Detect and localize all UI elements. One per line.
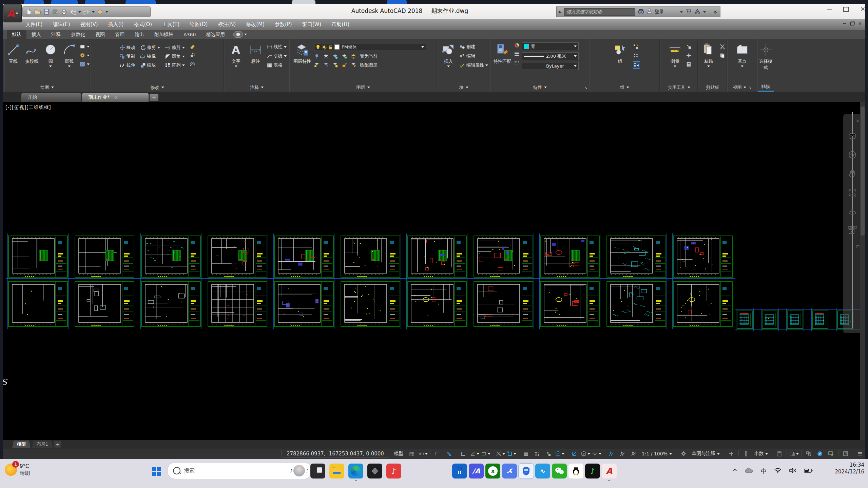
menu-help[interactable]: 帮助(H) [326, 21, 354, 28]
taskbar-app-music-app[interactable]: ♪ [585, 464, 600, 478]
ortho-status-icon[interactable] [458, 450, 468, 458]
plot-icon[interactable] [61, 8, 67, 15]
file-tab-close-icon[interactable]: ✕ [114, 95, 118, 100]
erase-icon[interactable] [190, 44, 195, 50]
polar-status-icon[interactable] [469, 450, 480, 458]
transp-status-icon[interactable] [532, 450, 542, 458]
line-button[interactable]: 直线 [5, 41, 21, 64]
new-drawing-tab-button[interactable]: + [150, 94, 158, 101]
orbit-icon[interactable] [848, 207, 857, 217]
volume-muted-icon[interactable] [789, 468, 796, 475]
layer-unlock2-icon[interactable] [342, 62, 347, 68]
selection-mode-button[interactable]: 选择模式 [758, 41, 774, 71]
uilock-status-icon[interactable] [789, 450, 799, 458]
snap-status-icon[interactable] [418, 450, 428, 458]
taskbar-app-xbox[interactable]: x [485, 464, 500, 478]
panel-properties-launcher-icon[interactable]: ↘ [584, 86, 587, 90]
id-point-icon[interactable] [686, 53, 692, 58]
autodesk-a360-icon[interactable] [694, 8, 700, 15]
search-binoculars-icon[interactable] [638, 9, 644, 15]
cycle-status-icon[interactable] [543, 450, 554, 458]
fillet-button[interactable]: 圆角 [165, 53, 185, 59]
match-layer-label[interactable]: 匹配图层 [360, 62, 378, 68]
taskbar-app-edge[interactable] [348, 464, 363, 478]
plus-status-icon[interactable] [726, 450, 736, 458]
mirror-button[interactable]: 镜像 [140, 53, 160, 59]
annvis-status-icon[interactable] [606, 450, 616, 458]
ribbon-tab-home[interactable]: 默认 [7, 30, 26, 39]
menu-dimension[interactable]: 标注(N) [213, 21, 241, 28]
a360-dropdown-icon[interactable] [703, 11, 706, 13]
ribbon-display-icon[interactable] [233, 31, 243, 38]
layer-freeze-sun-icon[interactable] [322, 45, 327, 50]
boundary-button[interactable] [80, 61, 90, 67]
units-button[interactable]: 小数 [752, 450, 770, 457]
doc-restore-icon[interactable] [850, 22, 854, 25]
ucs-status-icon[interactable] [569, 450, 579, 458]
navbar-customize-icon[interactable]: ⊟ [856, 245, 860, 249]
ribbon-tab-view[interactable]: 视图 [90, 30, 110, 39]
taskbar-app-shield-app[interactable] [519, 464, 534, 478]
ribbon-tab-addins[interactable]: 附加模块 [149, 30, 178, 39]
menu-view[interactable]: 视图(V) [75, 21, 103, 28]
match-layer-icon[interactable] [351, 62, 356, 68]
infer-status-icon[interactable] [432, 450, 443, 458]
workspace-icon[interactable] [97, 8, 103, 15]
otrack-status-icon[interactable] [495, 450, 505, 458]
ribbon-tab-parametric[interactable]: 参数化 [66, 30, 90, 39]
save-as-icon[interactable] [52, 8, 59, 15]
set-current-icon[interactable] [351, 54, 356, 59]
group-button[interactable]: 组 [609, 41, 631, 64]
gear-status-icon[interactable] [678, 450, 689, 458]
set-current-label[interactable]: 置为当前 [360, 53, 378, 59]
layer-freeze2-icon[interactable] [332, 54, 338, 59]
lwt-status-icon[interactable] [521, 450, 531, 458]
scrollbar-thumb[interactable] [861, 107, 865, 236]
layer-walk-icon[interactable] [314, 62, 320, 68]
perf-status-icon[interactable] [826, 450, 836, 458]
app-store-cart-icon[interactable] [686, 8, 692, 15]
ribbon-tab-manage[interactable]: 管理 [110, 30, 130, 39]
object-color-select[interactable]: 青 [522, 42, 579, 50]
taskbar-search-input[interactable]: 搜索 ♪♪ [167, 462, 312, 479]
panel-groups-footer[interactable]: 组 [590, 83, 659, 92]
menu-format[interactable]: 格式(O) [129, 21, 157, 28]
create-block-button[interactable]: 创建 [459, 44, 488, 50]
ruler-status-icon[interactable] [741, 450, 751, 458]
edit-attributes-button[interactable]: 编辑属性 [459, 62, 488, 68]
color-wheel-icon[interactable] [514, 42, 520, 48]
ribbon-tab-insert[interactable]: 插入 [26, 30, 46, 39]
open-folder-icon[interactable] [34, 8, 41, 15]
ribbon-tab-annotate[interactable]: 注释 [46, 30, 66, 39]
polyline-button[interactable]: 多段线 [23, 41, 40, 64]
infocenter-search-input[interactable]: 键入关键字或短语 [564, 8, 635, 16]
battery-icon[interactable] [804, 468, 813, 474]
panel-utilities-footer[interactable]: 实用工具 [660, 83, 697, 92]
menu-insert[interactable]: 插入(I) [103, 21, 129, 28]
navbar-close-icon[interactable]: ✕ [856, 119, 860, 123]
workspace-switch-button[interactable]: 草图与注释 [690, 450, 722, 457]
file-tab-document[interactable]: 期末作业*✕ [82, 93, 149, 102]
file-tab-start[interactable]: 开始 [21, 93, 81, 102]
drawing-canvas[interactable]: [-][俯视][二维线框] S ✕ ⊟ [3, 102, 865, 440]
annscale-status-icon[interactable] [629, 450, 639, 458]
paste-button[interactable]: 粘贴 [700, 41, 717, 67]
tray-expand-icon[interactable]: ^ [733, 468, 737, 474]
stretch-button[interactable]: 拉伸 [119, 62, 135, 68]
navigation-bar[interactable]: ✕ ⊟ [843, 114, 862, 333]
doc-minimize-icon[interactable] [843, 23, 846, 24]
panel-block-footer[interactable]: 块 [438, 83, 490, 92]
model-space-button[interactable]: 模型 [392, 450, 406, 457]
undo-icon[interactable] [70, 8, 76, 15]
taskbar-app-autocad[interactable]: A [602, 464, 617, 478]
layer-prev-icon[interactable] [323, 62, 329, 68]
insert-block-button[interactable]: 插入 [440, 41, 457, 67]
calculator-icon[interactable] [686, 61, 692, 67]
annauto-status-icon[interactable] [617, 450, 628, 458]
showmotion-icon[interactable] [848, 226, 857, 236]
start-button[interactable] [152, 467, 161, 476]
ribbon-tab-featured[interactable]: 精选应用 [201, 30, 230, 39]
match-properties-button[interactable]: 特性匹配 [493, 41, 512, 64]
infocenter-collapse-icon[interactable]: ▶ [559, 10, 561, 14]
menu-tools[interactable]: 工具(T) [157, 21, 185, 28]
